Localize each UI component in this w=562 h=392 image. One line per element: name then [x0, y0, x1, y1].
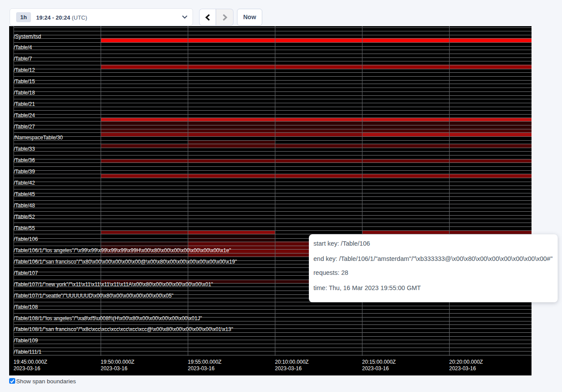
svg-text:19:50:00.000Z: 19:50:00.000Z — [101, 359, 134, 365]
svg-text:20:10:00.000Z: 20:10:00.000Z — [275, 359, 308, 365]
svg-text:2023-03-16: 2023-03-16 — [188, 365, 215, 372]
svg-text:/Table/7: /Table/7 — [14, 56, 32, 62]
svg-text:/System/tsd: /System/tsd — [14, 34, 41, 40]
svg-text:2023-03-16: 2023-03-16 — [362, 365, 389, 372]
svg-text:/Table/55: /Table/55 — [14, 225, 35, 231]
svg-text:2023-03-16: 2023-03-16 — [101, 365, 128, 372]
svg-text:/Table/52: /Table/52 — [14, 214, 35, 220]
svg-text:/Table/21: /Table/21 — [14, 101, 35, 107]
svg-text:/Table/108/1/"los angeles"/"\x: /Table/108/1/"los angeles"/"\xa8\xf5\u00… — [14, 315, 202, 321]
svg-text:/Table/107/1/"new york"/"\x11\: /Table/107/1/"new york"/"\x11\x11\x11\x1… — [14, 281, 213, 287]
svg-text:/Table/109: /Table/109 — [14, 338, 38, 344]
svg-text:19:55:00.000Z: 19:55:00.000Z — [188, 359, 221, 365]
svg-text:/Table/107/1/"seattle"/"UUUUUU: /Table/107/1/"seattle"/"UUUUUUD\x00\x80\… — [14, 293, 174, 299]
svg-text:/Table/107: /Table/107 — [14, 270, 38, 276]
svg-text:/Table/108: /Table/108 — [14, 304, 38, 310]
svg-text:/Table/106: /Table/106 — [14, 236, 38, 242]
svg-text:/Table/108/1/"san francisco"/": /Table/108/1/"san francisco"/"\x8c\xcc\x… — [14, 326, 233, 332]
svg-text:/Table/39: /Table/39 — [14, 169, 35, 175]
svg-text:/Table/42: /Table/42 — [14, 180, 35, 186]
svg-text:2023-03-16: 2023-03-16 — [275, 365, 302, 372]
svg-text:/NamespaceTable/30: /NamespaceTable/30 — [14, 135, 63, 141]
svg-text:/Table/48: /Table/48 — [14, 203, 35, 209]
svg-text:/Table/33: /Table/33 — [14, 146, 35, 152]
svg-text:19:45:00.000Z: 19:45:00.000Z — [14, 359, 47, 365]
svg-text:/Table/18: /Table/18 — [14, 90, 35, 96]
svg-text:2023-03-16: 2023-03-16 — [449, 365, 476, 372]
svg-text:2023-03-16: 2023-03-16 — [14, 365, 41, 372]
svg-text:20:20:00.000Z: 20:20:00.000Z — [449, 359, 483, 365]
svg-text:/Table/106/1/"san francisco"/": /Table/106/1/"san francisco"/"\x80\x00\x… — [14, 259, 237, 265]
svg-text:/Table/36: /Table/36 — [14, 157, 35, 163]
svg-text:/Table/106/1/"los angeles"/"\x: /Table/106/1/"los angeles"/"\x99\x99\x99… — [14, 247, 231, 253]
svg-text:/Table/111/1: /Table/111/1 — [14, 349, 42, 355]
svg-text:/Table/15: /Table/15 — [14, 78, 35, 84]
svg-text:/Table/24: /Table/24 — [14, 112, 35, 118]
svg-text:/Table/45: /Table/45 — [14, 191, 35, 197]
svg-text:/Table/12: /Table/12 — [14, 67, 35, 73]
svg-text:20:15:00.000Z: 20:15:00.000Z — [362, 359, 396, 365]
svg-text:/Table/4: /Table/4 — [14, 44, 32, 51]
svg-text:/Table/27: /Table/27 — [14, 124, 35, 130]
